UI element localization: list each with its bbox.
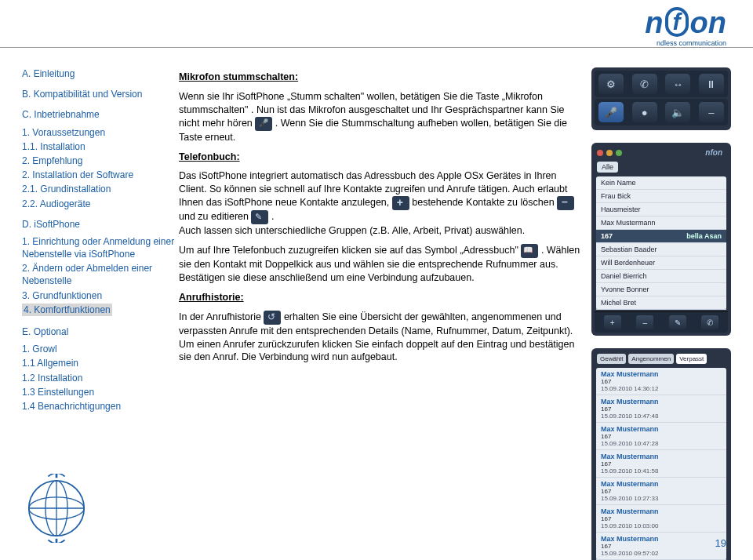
toolbar-volume-icon: 🔈 <box>665 102 690 122</box>
toc-a[interactable]: A. Einleitung <box>22 67 179 80</box>
screenshots-column: ⚙ ✆ ↔ ⏸ 🎤 ● 🔈 – nfon Alle Kein Name <box>591 67 731 560</box>
contact-row: Will Berdenheuer <box>596 256 726 270</box>
close-dot-icon <box>597 150 603 156</box>
contact-row: Frau Bick <box>596 190 726 203</box>
minimize-dot-icon <box>606 150 613 156</box>
toc-c-1-1[interactable]: 1.1. Installation <box>22 140 179 153</box>
footer-edit-icon: ✎ <box>669 315 686 329</box>
globe-icon <box>22 474 91 543</box>
toc-d-1[interactable]: 1. Einrichtung oder Anmeldung einer Nebe… <box>22 235 179 260</box>
call-row: Max Mustermann16715.09.2010 09:57:02 <box>596 533 726 560</box>
toc-b[interactable]: B. Kompatibilität und Version <box>22 88 179 100</box>
toolbar-handset-icon: ✆ <box>632 74 657 94</box>
text-tel-1d: . <box>271 211 274 222</box>
tab-missed: Verpasst <box>676 354 707 364</box>
para-tel-1: Das iSoftPhone integriert automatisch da… <box>179 169 580 238</box>
call-row: Max Mustermann16715.09.2010 14:36:12 <box>596 368 726 395</box>
contact-row: Max Mustermann <box>596 216 726 230</box>
mic-mute-icon <box>255 117 272 131</box>
contact-row: Daniel Bierrich <box>596 270 726 283</box>
call-row: Max Mustermann16715.09.2010 10:47:48 <box>596 395 726 423</box>
toolbar-record-icon: ● <box>632 102 657 122</box>
call-list: Max Mustermann16715.09.2010 14:36:12 Max… <box>596 368 726 560</box>
callhistory-screenshot: Gewählt Angenommen Verpasst Max Musterma… <box>591 348 731 560</box>
toc-e-1-1[interactable]: 1.1 Allgemein <box>22 357 179 369</box>
toolbar-mic-icon: 🎤 <box>598 102 624 122</box>
toc-e-1-4[interactable]: 1.4 Benachrichtigungen <box>22 400 179 413</box>
call-row: Max Mustermann16715.09.2010 10:41:58 <box>596 450 726 478</box>
header-divider <box>0 47 753 48</box>
contact-row: Michel Bret <box>596 296 726 310</box>
main-content: Mikrofon stummschalten: Wenn sie Ihr iSo… <box>179 67 591 560</box>
call-row: Max Mustermann16715.09.2010 10:47:28 <box>596 423 726 450</box>
edit-contact-icon <box>251 210 268 224</box>
contact-list: Kein Name Frau Bick Hausmeister Max Must… <box>596 176 726 310</box>
heading-phonebook: Telefonbuch: <box>179 151 580 164</box>
tab-received: Angenommen <box>628 354 674 364</box>
addressbook-icon <box>521 244 538 258</box>
group-tab-all: Alle <box>597 162 618 173</box>
dial-name: bella Asan <box>686 232 722 240</box>
toc-e[interactable]: E. Optional <box>22 325 179 338</box>
toc-d-3[interactable]: 3. Grundfunktionen <box>22 289 179 302</box>
text-tel-1e: Auch lassen sich unterschiedliche Gruppe… <box>179 225 525 236</box>
toc-e-1-2[interactable]: 1.2 Installation <box>22 372 179 384</box>
contact-row: Kein Name <box>596 176 726 190</box>
window-title: nfon <box>705 148 722 157</box>
toolbar-transfer-icon: ↔ <box>665 74 690 94</box>
toc-e-1[interactable]: 1. Growl <box>22 343 179 355</box>
brand-logo: nfon ndless communication <box>645 6 726 40</box>
call-history-icon <box>264 311 281 325</box>
toc-c-1[interactable]: 1. Voraussetzungen <box>22 126 179 139</box>
toc-d[interactable]: D. iSoftPhone <box>22 218 179 231</box>
zoom-dot-icon <box>616 150 622 156</box>
toolbar-hold-icon: ⏸ <box>699 74 724 94</box>
para-tel-2: Um auf Ihre Telefonbuch zuzugreifen klic… <box>179 244 580 285</box>
toolbar-screenshot: ⚙ ✆ ↔ ⏸ 🎤 ● 🔈 – <box>591 67 731 130</box>
heading-history: Anrufhistorie: <box>179 291 580 304</box>
addressbook-screenshot: nfon Alle Kein Name Frau Bick Hausmeiste… <box>591 143 731 336</box>
contact-row: Sebastian Baader <box>596 243 726 256</box>
contact-row: Hausmeister <box>596 203 726 216</box>
call-row: Max Mustermann16715.09.2010 10:27:33 <box>596 478 726 505</box>
text-tel-1b: bestehende Kontakte zu löschen <box>412 197 557 208</box>
brand-tagline: ndless communication <box>657 39 726 47</box>
toc-d-2[interactable]: 2. Ändern oder Abmelden einer Nebenstell… <box>22 262 179 287</box>
dial-number: 167 <box>601 232 613 240</box>
page-number: 19 <box>715 537 726 549</box>
contact-row: Yvonne Bonner <box>596 283 726 296</box>
delete-contact-icon <box>557 196 574 210</box>
footer-add-icon: + <box>604 315 621 329</box>
toc-e-1-3[interactable]: 1.3 Einstellungen <box>22 386 179 398</box>
para-hist: In der Anrufhistorie erhalten Sie eine Ü… <box>179 311 580 365</box>
toc-c[interactable]: C. Inbetriebnahme <box>22 108 179 121</box>
text-tel-2a: Um auf Ihre Telefonbuch zuzugreifen klic… <box>179 245 521 256</box>
toolbar-voicemail-icon: ⚙ <box>598 74 624 94</box>
footer-del-icon: – <box>636 315 653 329</box>
tab-dialed: Gewählt <box>597 354 626 364</box>
toc-c-2-2[interactable]: 2.2. Audiogeräte <box>22 198 179 210</box>
toc-d-4-selected[interactable]: 4. Komfortfunktionen <box>22 304 112 316</box>
toc-c-2[interactable]: 2. Empfehlung <box>22 155 179 167</box>
toc-c-2b[interactable]: 2. Installation der Software <box>22 169 179 181</box>
toolbar-minus-icon: – <box>699 102 724 122</box>
heading-mic: Mikrofon stummschalten: <box>179 71 580 84</box>
para-mic: Wenn sie Ihr iSoftPhone „Stumm schalten"… <box>179 90 580 144</box>
toc-c-2-1[interactable]: 2.1. Grundinstallation <box>22 183 179 195</box>
text-hist-1a: In der Anrufhistorie <box>179 311 264 322</box>
text-tel-1c: und zu editieren <box>179 211 251 222</box>
dial-row: 167 bella Asan <box>596 230 726 243</box>
call-row: Max Mustermann16715.09.2010 10:03:00 <box>596 505 726 533</box>
footer-call-icon: ✆ <box>701 315 718 329</box>
add-contact-icon <box>392 196 409 210</box>
